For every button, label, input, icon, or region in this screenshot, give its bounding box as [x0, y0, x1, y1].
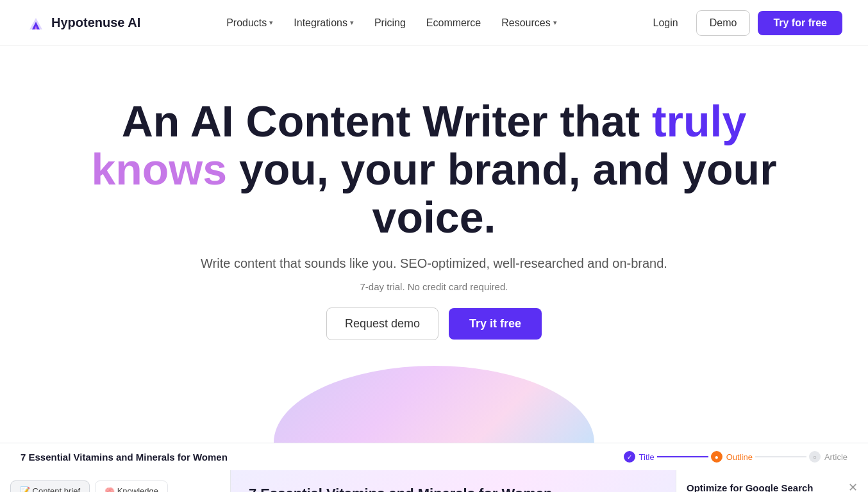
nav-ecommerce[interactable]: Ecommerce: [426, 17, 481, 29]
step-article: ○ Article: [809, 451, 847, 463]
step-title-label: Title: [639, 452, 655, 462]
optimize-header: Optimize for Google Search ✕: [687, 480, 858, 492]
tab-row: 📝 Content brief 🧠 Knowledge: [10, 480, 220, 492]
request-demo-button[interactable]: Request demo: [326, 308, 438, 340]
demo-button[interactable]: Demo: [696, 10, 751, 36]
logo[interactable]: Hypotenuse AI: [26, 13, 140, 33]
logo-icon: [26, 13, 46, 33]
integrations-chevron-icon: ▾: [350, 19, 354, 27]
try-for-free-button[interactable]: Try for free: [758, 11, 842, 35]
hero-section: An AI Content Writer that truly knows yo…: [0, 46, 868, 443]
hero-trial: 7-day trial. No credit card required.: [26, 281, 842, 292]
step-outline-label: Outline: [726, 452, 753, 462]
login-button[interactable]: Login: [643, 12, 689, 34]
article-heading: 7 Essential Vitamins and Minerals for Wo…: [249, 486, 658, 492]
optimize-title: Optimize for Google Search: [687, 482, 814, 492]
center-panel: 7 Essential Vitamins and Minerals for Wo…: [231, 470, 676, 492]
step-title-dot: ✓: [624, 451, 635, 463]
optimize-close-button[interactable]: ✕: [848, 480, 858, 492]
resources-chevron-icon: ▾: [553, 19, 557, 27]
step-title: ✓ Title: [624, 451, 655, 463]
demo-strip: 7 Essential Vitamins and Minerals for Wo…: [0, 443, 868, 470]
nav-right: Login Demo Try for free: [643, 10, 842, 36]
hero-blob: [274, 366, 594, 443]
try-it-free-button[interactable]: Try it free: [449, 308, 542, 340]
nav-resources[interactable]: Resources ▾: [501, 17, 556, 29]
hero-title: An AI Content Writer that truly knows yo…: [81, 97, 787, 241]
demo-panels: 📝 Content brief 🧠 Knowledge Write an art…: [0, 470, 868, 492]
step-outline: ● Outline: [711, 451, 753, 463]
step-line-2: [755, 456, 806, 457]
navbar: Hypotenuse AI Products ▾ Integrations ▾ …: [0, 0, 868, 46]
nav-integrations[interactable]: Integrations ▾: [294, 17, 354, 29]
step-article-dot: ○: [809, 451, 821, 463]
step-line-1: [657, 456, 708, 457]
step-outline-dot: ●: [711, 451, 722, 463]
nav-pricing[interactable]: Pricing: [374, 17, 406, 29]
tab-knowledge[interactable]: 🧠 Knowledge: [95, 480, 168, 492]
demo-article-title: 7 Essential Vitamins and Minerals for Wo…: [21, 452, 228, 463]
nav-links: Products ▾ Integrations ▾ Pricing Ecomme…: [226, 17, 557, 29]
products-chevron-icon: ▾: [269, 19, 273, 27]
hero-subtitle: Write content that sounds like you. SEO-…: [26, 256, 842, 271]
step-article-label: Article: [824, 452, 847, 462]
hero-buttons: Request demo Try it free: [26, 308, 842, 340]
left-panel: 📝 Content brief 🧠 Knowledge Write an art…: [0, 470, 231, 492]
tab-content-brief[interactable]: 📝 Content brief: [10, 480, 90, 492]
demo-area: 7 Essential Vitamins and Minerals for Wo…: [0, 443, 868, 492]
steps-bar: ✓ Title ● Outline ○ Article: [624, 451, 847, 463]
right-panel: Optimize for Google Search ✕ 80% SEO Sco…: [676, 470, 868, 492]
nav-products[interactable]: Products ▾: [226, 17, 273, 29]
logo-text: Hypotenuse AI: [51, 15, 140, 30]
